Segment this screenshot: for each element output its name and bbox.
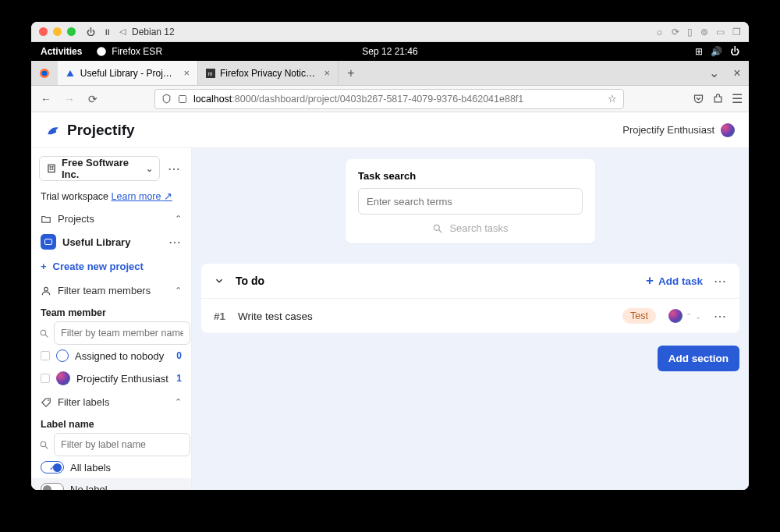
no-label-toggle[interactable]: No label: [31, 478, 191, 490]
search-icon: [39, 440, 49, 450]
stack-icon[interactable]: ❐: [732, 27, 741, 37]
window-close-button[interactable]: ×: [725, 66, 749, 80]
section-collapse-icon[interactable]: [214, 275, 225, 286]
new-tab-button[interactable]: +: [339, 61, 363, 85]
bird-icon: [45, 122, 61, 138]
project-item[interactable]: Useful Library ⋯: [39, 229, 183, 254]
assigned-nobody-row[interactable]: Assigned to nobody 0: [39, 345, 183, 367]
globe-icon[interactable]: ⊚: [700, 27, 708, 37]
search-tasks-label: Search tasks: [449, 222, 508, 234]
task-search-input[interactable]: [358, 188, 583, 215]
label-name-heading: Label name: [41, 419, 182, 430]
tab-1[interactable]: Useful Library - Projectify ×: [58, 61, 198, 85]
chevron-up-small-icon[interactable]: ⌃: [686, 312, 692, 321]
shield-icon[interactable]: [161, 94, 172, 104]
power-menu-icon[interactable]: ⏻: [730, 46, 739, 57]
all-labels-label: All labels: [70, 462, 111, 473]
toggle-on-icon[interactable]: ✓: [41, 461, 64, 473]
tab-list-dropdown-icon[interactable]: ⌄: [702, 66, 725, 80]
task-more-button[interactable]: ⋯: [714, 309, 727, 324]
window-minimize-icon[interactable]: [53, 27, 62, 36]
tab-favicon-icon: [66, 68, 76, 79]
external-link-icon: ↗: [164, 191, 172, 202]
task-tag: Test: [622, 308, 656, 324]
filter-labels-toggle[interactable]: Filter labels ⌃: [39, 390, 183, 414]
nav-bar: ← → ⟳ localhost:8000/dashboard/project/0…: [31, 86, 749, 112]
user-menu[interactable]: Projectify Enthusiast: [622, 123, 735, 137]
create-project-label: Create new project: [53, 261, 144, 272]
add-task-label: Add task: [658, 275, 703, 287]
url-text: localhost:8000/dashboard/project/0403b26…: [193, 94, 601, 105]
tab-2[interactable]: m Firefox Privacy Notice — … ×: [198, 61, 339, 85]
label-filter-input[interactable]: [54, 433, 190, 456]
activities-button[interactable]: Activities: [41, 46, 82, 57]
brightness-icon[interactable]: ☼: [655, 27, 664, 37]
reload-button[interactable]: ⟳: [84, 90, 101, 108]
project-icon: [41, 234, 56, 250]
window-close-icon[interactable]: [39, 27, 48, 36]
tab-favicon-icon: m: [206, 68, 215, 79]
checkbox[interactable]: [41, 374, 50, 383]
main-content: Task search Search tasks To do: [192, 148, 749, 490]
checkbox[interactable]: [41, 351, 50, 360]
project-name: Useful Library: [62, 236, 130, 248]
back-small-icon: ◁: [119, 27, 126, 37]
battery-icon: ▯: [687, 27, 693, 37]
tab-strip: Useful Library - Projectify × m Firefox …: [31, 61, 749, 86]
chevron-down-icon: ⌄: [146, 164, 153, 174]
power-icon: ⏻: [87, 27, 95, 37]
project-more-button[interactable]: ⋯: [168, 235, 182, 250]
member-row[interactable]: Projectify Enthusiast 1: [39, 367, 183, 390]
search-icon: [432, 223, 443, 234]
avatar: [56, 371, 70, 385]
refresh-icon[interactable]: ⟳: [672, 27, 679, 37]
firefox-home-icon[interactable]: [31, 61, 58, 85]
volume-icon[interactable]: 🔊: [711, 46, 722, 57]
network-icon[interactable]: ⊞: [695, 46, 703, 57]
titlebar: ⏻ ⏸ ◁ Debian 12 ☼ ⟳ ▯ ⊚ ▭ ❐: [31, 22, 749, 42]
window-maximize-icon[interactable]: [67, 27, 76, 36]
task-assignee[interactable]: ⌃ ⌄: [668, 309, 701, 323]
hamburger-menu-icon[interactable]: ☰: [732, 91, 743, 106]
tab-title: Firefox Privacy Notice — …: [220, 68, 316, 79]
os-distro: Debian 12: [132, 27, 175, 37]
add-section-button[interactable]: Add section: [658, 346, 739, 371]
assigned-nobody-label: Assigned to nobody: [75, 350, 164, 362]
brand-logo[interactable]: Projectify: [45, 122, 135, 139]
task-row[interactable]: #1 Write test cases Test ⌃ ⌄ ⋯: [201, 298, 739, 333]
svg-rect-6: [48, 165, 55, 172]
search-tasks-button[interactable]: Search tasks: [358, 215, 583, 236]
pocket-icon[interactable]: [693, 93, 704, 105]
workspace-more-button[interactable]: ⋯: [165, 156, 183, 181]
window-icon[interactable]: ▭: [716, 27, 725, 37]
forward-button: →: [61, 90, 78, 108]
all-labels-toggle[interactable]: ✓ All labels: [39, 456, 183, 478]
filter-team-toggle[interactable]: Filter team members ⌃: [39, 278, 183, 303]
bookmark-icon[interactable]: ☆: [608, 93, 617, 105]
extensions-icon[interactable]: [712, 93, 724, 105]
tab-title: Useful Library - Projectify: [80, 68, 176, 79]
page-info-icon[interactable]: [178, 94, 187, 104]
tab-close-icon[interactable]: ×: [183, 67, 190, 79]
clock[interactable]: Sep 12 21:46: [362, 46, 417, 57]
url-bar[interactable]: localhost:8000/dashboard/project/0403b26…: [154, 89, 624, 109]
toggle-off-icon[interactable]: [41, 483, 64, 490]
create-project-button[interactable]: + Create new project: [39, 254, 183, 278]
section-more-button[interactable]: ⋯: [714, 274, 727, 289]
task-name: Write test cases: [238, 310, 313, 322]
svg-line-16: [45, 446, 48, 449]
add-task-button[interactable]: + Add task: [646, 273, 703, 289]
avatar: [668, 309, 682, 323]
trial-label: Trial workspace: [41, 191, 108, 202]
chevron-up-icon: ⌃: [175, 214, 182, 224]
workspace-selector[interactable]: Free Software Inc. ⌄: [39, 156, 160, 181]
projects-section-toggle[interactable]: Projects ⌃: [39, 208, 183, 229]
back-button[interactable]: ←: [37, 90, 55, 108]
svg-point-11: [44, 287, 48, 291]
tab-close-icon[interactable]: ×: [324, 67, 330, 79]
chevron-up-icon: ⌃: [175, 397, 182, 407]
team-filter-input[interactable]: [54, 321, 190, 345]
chevron-down-small-icon[interactable]: ⌄: [695, 312, 701, 321]
learn-more-link[interactable]: Learn more ↗: [112, 191, 172, 202]
active-app[interactable]: Firefox ESR: [96, 46, 162, 57]
